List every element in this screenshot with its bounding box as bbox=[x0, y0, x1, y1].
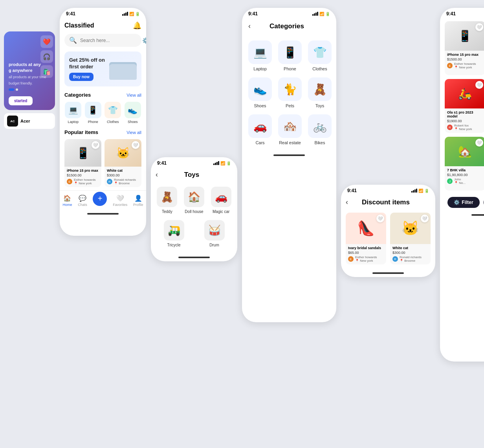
iphone-img: 📱 🤍 bbox=[64, 139, 101, 167]
listing-ola-seller: Robert fox 📍 New york bbox=[454, 124, 472, 131]
categories-view-all[interactable]: View all bbox=[126, 93, 141, 97]
popular-item-iphone[interactable]: 📱 🤍 iPhone 15 pro max $1500.00 E Esther … bbox=[64, 139, 101, 187]
popular-section-header: Popular items View all bbox=[64, 129, 141, 135]
cat-laptop[interactable]: 💻 Laptop bbox=[248, 40, 272, 71]
cat-bikes-icon: 🚲 bbox=[308, 114, 332, 138]
category-phone[interactable]: 📱 Phone bbox=[84, 102, 102, 124]
categories-full-grid: 💻 Laptop 📱 Phone 👕 Clothes 👟 Shoes 🐈 Pet… bbox=[242, 34, 336, 151]
iphone-info: iPhone 15 pro max $1500.00 E Esther howa… bbox=[64, 167, 101, 187]
listing-iphone[interactable]: 📱 🤍 iPhone 15 pro max $1500.00 E Esther … bbox=[445, 21, 484, 75]
nav-profile[interactable]: 👤 Profile bbox=[133, 195, 143, 207]
toy-teddy[interactable]: 🧸 Teddy bbox=[156, 187, 179, 214]
cat-pets[interactable]: 🐈 Pets bbox=[278, 77, 302, 108]
cat-img: 🐱 🤍 bbox=[104, 139, 141, 167]
cat-cars-label: Cars bbox=[255, 140, 264, 145]
banner-subtext2: budget friendly. bbox=[9, 81, 33, 86]
home-indicator-1 bbox=[87, 213, 119, 215]
nav-home[interactable]: 🏠 Home bbox=[62, 195, 72, 207]
filter-button[interactable]: ⚙️ Filter bbox=[447, 197, 479, 208]
toys-grid-2col: 🛺 Tricycle 🥁 Drum bbox=[151, 220, 237, 253]
search-icon: 🔍 bbox=[69, 37, 77, 44]
home-indicator-toys bbox=[178, 257, 210, 258]
cat-clothes[interactable]: 👕 Clothes bbox=[308, 40, 332, 71]
discount-grid: 👠 🤍 Ivary bridal sandals $65.00 E Esther… bbox=[341, 208, 435, 269]
sandals-heart-btn[interactable]: 🤍 bbox=[376, 215, 384, 222]
cat-location: 📍 Broome bbox=[114, 182, 136, 185]
cat-clothes-label: Clothes bbox=[312, 66, 327, 71]
status-icons-cats: 📶 🔋 bbox=[312, 12, 330, 16]
bell-icon[interactable]: 🔔 bbox=[133, 21, 141, 30]
nav-add-button[interactable]: + bbox=[93, 192, 107, 206]
cat-realestate-icon: 🏘️ bbox=[278, 114, 302, 138]
iphone-location: 📍 New york bbox=[74, 182, 96, 185]
listing-villa[interactable]: 🏡 🤍 7 BHK villa $1,90,800.00 J John 📍 No… bbox=[445, 137, 484, 191]
listing-villa-loc: 📍 No... bbox=[454, 181, 466, 185]
cat-cars[interactable]: 🚗 Cars bbox=[248, 114, 272, 145]
category-laptop[interactable]: 💻 Laptop bbox=[64, 102, 82, 124]
cat-shoes[interactable]: 👟 Shoes bbox=[248, 77, 272, 108]
discount-cat-heart-btn[interactable]: 🤍 bbox=[421, 215, 429, 222]
discount-cat-info: White cat $300.00 R Ronald richards 📍 Br… bbox=[390, 244, 431, 264]
cat-seller-avatar: R bbox=[107, 179, 112, 184]
listing-ola-seller-row: R Robert fox 📍 New york bbox=[447, 124, 483, 131]
iphone-seller: Esther howards 📍 New york bbox=[74, 178, 96, 185]
promo-banner-left: ❤️ 🎧 🛍️ products at any g anywhere all p… bbox=[4, 31, 55, 110]
signal-bars-1 bbox=[122, 12, 128, 16]
cat-toys-icon: 🧸 bbox=[308, 77, 332, 101]
phone-classified: 9:41 📶 🔋 Classified 🔔 🔍 ⚙️ Get 25% off o… bbox=[60, 8, 146, 236]
toy-tricycle[interactable]: 🛺 Tricycle bbox=[164, 220, 184, 247]
listing-ola-img: 🛵 🤍 bbox=[445, 79, 484, 108]
listing-grid-top: 📱 🤍 iPhone 15 pro max $1500.00 E Esther … bbox=[440, 18, 484, 194]
nav-chats[interactable]: 💬 Chats bbox=[78, 195, 87, 207]
category-shoes[interactable]: 👟 Shoes bbox=[124, 102, 142, 124]
cat-phone[interactable]: 📱 Phone bbox=[278, 40, 302, 71]
laptop-icon-box: 💻 bbox=[65, 102, 81, 118]
sandals-location: 📍 New york bbox=[355, 259, 377, 263]
search-bar[interactable]: 🔍 ⚙️ bbox=[64, 34, 141, 47]
toys-page-title: Toys bbox=[158, 171, 226, 179]
discount-sandals[interactable]: 👠 🤍 Ivary bridal sandals $65.00 E Esther… bbox=[346, 213, 386, 264]
status-bar-toys: 9:41 📶 🔋 bbox=[151, 157, 237, 167]
listing-villa-heart[interactable]: 🤍 bbox=[475, 139, 483, 147]
cat-realestate-label: Real estate bbox=[279, 140, 301, 145]
cat-toys[interactable]: 🧸 Toys bbox=[308, 77, 332, 108]
search-input[interactable] bbox=[80, 38, 139, 43]
phone-listing: 9:41 📶 🔋 📱 🤍 iPhone 15 pro max $1500.00 … bbox=[440, 8, 484, 362]
category-clothes[interactable]: 👕 Clothes bbox=[104, 102, 122, 124]
buy-now-button[interactable]: Buy now bbox=[69, 73, 94, 81]
banner-dots bbox=[9, 86, 18, 93]
cat-seller: Ronald richards 📍 Broome bbox=[114, 178, 136, 185]
toy-magiccar[interactable]: 🚗 Magic car bbox=[209, 187, 233, 214]
listing-ola[interactable]: 🛵 🤍 Ola s1 pro 2023 model $1900.00 R Rob… bbox=[445, 79, 484, 133]
favorites-icon: 🤍 bbox=[116, 195, 124, 202]
sofa-illustration bbox=[105, 56, 137, 82]
classified-content: Classified 🔔 🔍 ⚙️ Get 25% off on first o… bbox=[60, 18, 146, 190]
filter-sliders-icon[interactable]: ⚙️ bbox=[142, 37, 146, 44]
toy-drum[interactable]: 🥁 Drum bbox=[204, 220, 225, 247]
iphone-heart-btn[interactable]: 🤍 bbox=[92, 141, 99, 149]
listing-villa-seller: John 📍 No... bbox=[454, 178, 466, 185]
listing-ola-heart[interactable]: 🤍 bbox=[475, 81, 483, 89]
popular-item-cat[interactable]: 🐱 🤍 White cat $300.00 R Ronald richards … bbox=[104, 139, 141, 187]
toy-dollhouse[interactable]: 🏠 Doll house bbox=[183, 187, 206, 214]
wifi-icon-toys: 📶 bbox=[220, 161, 225, 165]
nav-favorites[interactable]: 🤍 Favorites bbox=[113, 195, 127, 207]
cat-heart-btn[interactable]: 🤍 bbox=[132, 141, 139, 149]
discount-cat[interactable]: 🐱 🤍 White cat $300.00 R Ronald richards … bbox=[390, 213, 431, 264]
popular-view-all[interactable]: View all bbox=[126, 130, 141, 135]
iphone-seller-name: Esther howards bbox=[74, 178, 96, 182]
iphone-price: $1500.00 bbox=[67, 173, 99, 177]
started-button[interactable]: started bbox=[9, 96, 33, 105]
cat-realestate[interactable]: 🏘️ Real estate bbox=[278, 114, 302, 145]
nav-profile-label: Profile bbox=[133, 203, 143, 207]
nav-home-label: Home bbox=[62, 203, 72, 207]
listing-ola-loc: 📍 New york bbox=[454, 127, 472, 131]
banner-icons: ❤️ 🎧 🛍️ bbox=[40, 35, 53, 78]
cat-bikes[interactable]: 🚲 Bikes bbox=[308, 114, 332, 145]
listing-iphone-info: iPhone 15 pro max $1500.00 E Esther howa… bbox=[445, 51, 484, 71]
listing-villa-price: $1,90,800.00 bbox=[447, 173, 483, 177]
magiccar-icon: 🚗 bbox=[211, 187, 231, 207]
listing-iphone-heart[interactable]: 🤍 bbox=[475, 23, 483, 31]
chat-icon: 💬 bbox=[79, 195, 86, 202]
cat-price: $300.00 bbox=[107, 173, 139, 177]
